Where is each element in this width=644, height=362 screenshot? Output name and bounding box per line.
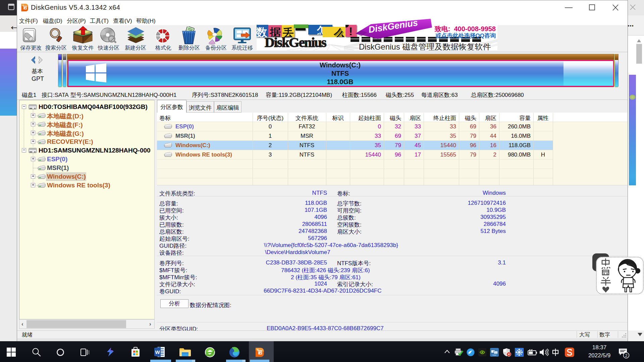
svg-text:W: W [155,349,160,355]
svg-text:2: 2 [625,353,628,358]
svg-text:intel: intel [492,354,496,356]
